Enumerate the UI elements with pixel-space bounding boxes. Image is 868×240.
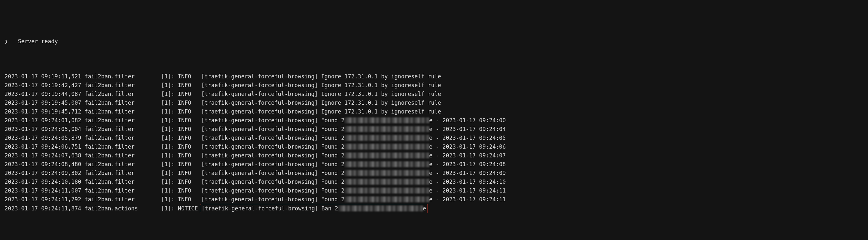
log-message: Found 2	[321, 152, 344, 159]
log-timestamp: 2023-01-17 09:24:05,879	[5, 135, 85, 141]
log-line: 2023-01-17 09:24:07,638 fail2ban.filter …	[5, 151, 863, 160]
log-thread: [1]:	[161, 196, 178, 203]
log-level: INFO	[178, 91, 201, 97]
log-message-tail: e	[429, 143, 432, 150]
log-message: Ban 2	[321, 205, 338, 212]
log-thread: [1]:	[161, 135, 178, 141]
redacted-ip	[344, 197, 429, 202]
log-line: 2023-01-17 09:24:09,302 fail2ban.filter …	[5, 169, 863, 178]
redacted-ip	[344, 117, 429, 123]
log-level: INFO	[178, 126, 201, 132]
log-jail: [traefik-general-forceful-browsing]	[201, 91, 321, 97]
log-message: Ignore 172.31.0.1 by ignoreself rule	[321, 100, 441, 106]
log-found-ts: - 2023-01-17 09:24:04	[432, 126, 506, 132]
log-thread: [1]:	[161, 143, 178, 150]
log-source: fail2ban.filter	[85, 135, 161, 141]
redacted-ip	[344, 126, 429, 132]
log-thread: [1]:	[161, 161, 178, 168]
log-thread: [1]:	[161, 178, 178, 185]
log-source: fail2ban.filter	[85, 126, 161, 132]
prompt-line: ❯ Server ready	[5, 37, 863, 46]
log-line: 2023-01-17 09:19:42,427 fail2ban.filter …	[5, 81, 863, 90]
log-level: INFO	[178, 143, 201, 150]
log-message: Found 2	[321, 117, 344, 124]
header-text: Server ready	[8, 38, 58, 44]
log-timestamp: 2023-01-17 09:24:05,004	[5, 126, 85, 132]
log-level: INFO	[178, 135, 201, 141]
log-timestamp: 2023-01-17 09:19:45,007	[5, 100, 85, 106]
log-jail: [traefik-general-forceful-browsing]	[201, 117, 321, 124]
redacted-ip	[344, 170, 429, 176]
log-source: fail2ban.filter	[85, 100, 161, 106]
log-message: Found 2	[321, 196, 344, 203]
log-timestamp: 2023-01-17 09:19:42,427	[5, 82, 85, 89]
redacted-ip	[344, 144, 429, 149]
log-message: Ignore 172.31.0.1 by ignoreself rule	[321, 91, 441, 97]
log-message: Found 2	[321, 135, 344, 141]
log-jail: [traefik-general-forceful-browsing]	[201, 73, 321, 80]
log-jail: [traefik-general-forceful-browsing]	[201, 135, 321, 141]
terminal-output[interactable]: ❯ Server ready 2023-01-17 09:19:11,521 f…	[0, 0, 868, 234]
log-message: Ignore 172.31.0.1 by ignoreself rule	[321, 73, 441, 80]
log-message: Ignore 172.31.0.1 by ignoreself rule	[321, 82, 441, 89]
log-jail: [traefik-general-forceful-browsing]	[201, 108, 321, 115]
log-message: Found 2	[321, 143, 344, 150]
log-jail: [traefik-general-forceful-browsing]	[201, 100, 321, 106]
log-line: 2023-01-17 09:24:11,874 fail2ban.actions…	[5, 204, 863, 213]
log-level: INFO	[178, 73, 201, 80]
log-jail: [traefik-general-forceful-browsing]	[201, 126, 321, 132]
log-level: INFO	[178, 178, 201, 185]
log-source: fail2ban.filter	[85, 108, 161, 115]
log-found-ts: - 2023-01-17 09:24:07	[432, 152, 506, 159]
log-source: fail2ban.filter	[85, 196, 161, 203]
redacted-ip	[344, 179, 429, 185]
log-line: 2023-01-17 09:24:05,879 fail2ban.filter …	[5, 134, 863, 142]
log-level: INFO	[178, 108, 201, 115]
log-level: INFO	[178, 196, 201, 203]
log-level: INFO	[178, 152, 201, 159]
log-line: 2023-01-17 09:24:05,004 fail2ban.filter …	[5, 125, 863, 134]
redacted-ip	[344, 152, 429, 159]
highlight-box: [traefik-general-forceful-browsing] Ban …	[200, 204, 428, 213]
log-source: fail2ban.filter	[85, 161, 161, 168]
log-found-ts: - 2023-01-17 09:24:11	[432, 187, 506, 194]
log-message-tail: e	[429, 135, 432, 141]
log-thread: [1]:	[161, 108, 178, 115]
log-line: 2023-01-17 09:19:45,712 fail2ban.filter …	[5, 107, 863, 116]
prompt-icon: ❯	[5, 38, 8, 44]
log-message: Ignore 172.31.0.1 by ignoreself rule	[321, 108, 441, 115]
log-level: NOTICE	[178, 205, 201, 212]
log-thread: [1]:	[161, 187, 178, 194]
log-found-ts: - 2023-01-17 09:24:00	[432, 117, 506, 124]
log-message: Found 2	[321, 187, 344, 194]
log-line: 2023-01-17 09:24:10,180 fail2ban.filter …	[5, 178, 863, 186]
log-timestamp: 2023-01-17 09:24:06,751	[5, 143, 85, 150]
log-line: 2023-01-17 09:24:08,480 fail2ban.filter …	[5, 160, 863, 169]
log-source: fail2ban.filter	[85, 178, 161, 185]
log-message-tail: e	[429, 170, 432, 176]
log-source: fail2ban.filter	[85, 143, 161, 150]
log-timestamp: 2023-01-17 09:24:09,302	[5, 170, 85, 176]
log-jail: [traefik-general-forceful-browsing]	[201, 196, 321, 203]
log-level: INFO	[178, 117, 201, 124]
log-line: 2023-01-17 09:19:11,521 fail2ban.filter …	[5, 72, 863, 81]
log-message-tail: e	[429, 152, 432, 159]
log-timestamp: 2023-01-17 09:24:08,480	[5, 161, 85, 168]
log-found-ts: - 2023-01-17 09:24:05	[432, 135, 506, 141]
log-timestamp: 2023-01-17 09:19:44,087	[5, 91, 85, 97]
log-timestamp: 2023-01-17 09:24:11,874	[5, 205, 85, 212]
log-source: fail2ban.filter	[85, 82, 161, 89]
redacted-ip	[338, 206, 423, 211]
log-timestamp: 2023-01-17 09:24:10,180	[5, 178, 85, 185]
log-jail: [traefik-general-forceful-browsing]	[201, 143, 321, 150]
log-jail: [traefik-general-forceful-browsing]	[202, 205, 321, 212]
log-jail: [traefik-general-forceful-browsing]	[201, 178, 321, 185]
log-line: 2023-01-17 09:24:11,007 fail2ban.filter …	[5, 186, 863, 195]
log-timestamp: 2023-01-17 09:24:11,792	[5, 196, 85, 203]
log-message-tail: e	[429, 161, 432, 168]
log-thread: [1]:	[161, 100, 178, 106]
log-timestamp: 2023-01-17 09:19:11,521	[5, 73, 85, 80]
log-message-tail: e	[423, 205, 426, 212]
log-found-ts: - 2023-01-17 09:24:06	[432, 143, 506, 150]
log-thread: [1]:	[161, 126, 178, 132]
